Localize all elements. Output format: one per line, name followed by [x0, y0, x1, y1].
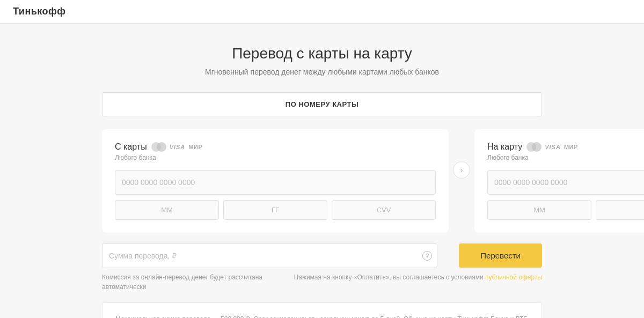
- help-icon[interactable]: ?: [422, 251, 432, 261]
- mir-icon: МИР: [188, 144, 202, 150]
- from-card-title: С карты: [115, 142, 147, 152]
- amount-input[interactable]: [102, 243, 437, 268]
- action-row: ? Перевести: [102, 243, 542, 268]
- to-card-header: На карту VISA МИР: [487, 142, 644, 152]
- arrow-icon: ›: [453, 161, 470, 179]
- logo: Тинькофф: [13, 6, 66, 17]
- to-mir-icon: МИР: [564, 144, 578, 150]
- to-card-logos: VISA МИР: [526, 142, 578, 152]
- bottom-info-box: Максимальная сумма перевода — 500 000 ₽.…: [102, 302, 542, 318]
- bottom-info-text: Максимальная сумма перевода — 500 000 ₽.…: [115, 314, 529, 318]
- from-card-yy-input[interactable]: [223, 200, 327, 220]
- to-card-expiry-row: [487, 200, 644, 220]
- to-card-number-input[interactable]: [487, 170, 644, 195]
- offer-link[interactable]: публичной оферты: [485, 273, 542, 281]
- from-card-expiry-row: [115, 200, 436, 220]
- info-row: Комиссия за онлайн-перевод денег будет р…: [102, 272, 542, 292]
- offer-text-before: Нажимая на кнопку «Оплатить», вы соглаша…: [294, 273, 485, 281]
- offer-text: Нажимая на кнопку «Оплатить», вы соглаша…: [294, 272, 542, 282]
- from-card-number-input[interactable]: [115, 170, 436, 195]
- to-card-mm-input[interactable]: [487, 200, 591, 220]
- mastercard-icon: [151, 142, 166, 152]
- to-visa-icon: VISA: [545, 144, 561, 150]
- from-card-logos: VISA МИР: [151, 142, 203, 152]
- from-card-header: С карты VISA МИР: [115, 142, 436, 152]
- to-card-panel: На карту VISA МИР Любого банка: [474, 129, 644, 233]
- to-card-subtitle: Любого банка: [487, 154, 644, 161]
- offer-block: Нажимая на кнопку «Оплатить», вы соглаша…: [294, 272, 542, 292]
- from-card-subtitle: Любого банка: [115, 154, 436, 161]
- from-card-panel: С карты VISA МИР Любого банка: [102, 129, 449, 233]
- from-card-cvv-input[interactable]: [332, 200, 436, 220]
- tab-bar: ПО НОМЕРУ КАРТЫ: [102, 92, 542, 116]
- cards-row: С карты VISA МИР Любого банка: [102, 129, 542, 233]
- visa-icon: VISA: [170, 144, 186, 150]
- page-title: Перевод с карты на карту: [102, 45, 542, 62]
- to-mastercard-icon: [526, 142, 541, 152]
- to-card-yy-input[interactable]: [596, 200, 644, 220]
- arrow-divider: ›: [449, 129, 474, 179]
- from-card-mm-input[interactable]: [115, 200, 219, 220]
- tab-by-card[interactable]: ПО НОМЕРУ КАРТЫ: [103, 93, 541, 116]
- amount-field-wrap: ?: [102, 243, 437, 268]
- commission-text: Комиссия за онлайн-перевод денег будет р…: [102, 272, 273, 292]
- header: Тинькофф: [0, 0, 644, 24]
- page-subtitle: Мгновенный перевод денег между любыми ка…: [102, 68, 542, 76]
- to-card-title: На карту: [487, 142, 522, 152]
- transfer-button[interactable]: Перевести: [459, 243, 542, 268]
